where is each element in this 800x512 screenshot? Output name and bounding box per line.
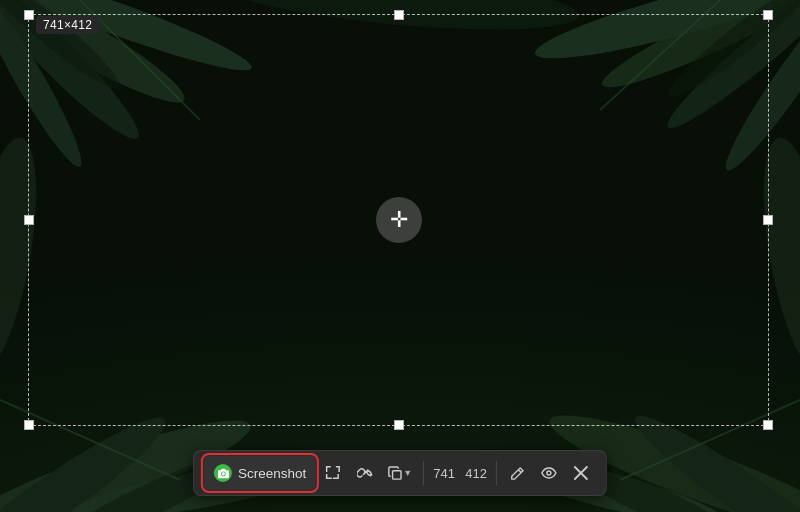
resize-button[interactable]: [318, 456, 348, 490]
svg-point-15: [0, 133, 50, 380]
close-icon: [574, 466, 588, 480]
screenshot-icon: [214, 464, 232, 482]
link-icon: [357, 465, 373, 481]
svg-point-16: [750, 133, 800, 380]
pen-button[interactable]: [502, 456, 532, 490]
copy-dropdown-button[interactable]: ▼: [382, 456, 418, 490]
resize-icon: [325, 465, 341, 481]
svg-point-14: [219, 0, 582, 41]
close-button[interactable]: [566, 456, 596, 490]
background-svg: [0, 0, 800, 512]
copy-icon: [388, 466, 403, 481]
copy-dropdown-icon: ▼: [403, 468, 412, 478]
toolbar: Screenshot ▼ 741 412: [193, 450, 607, 496]
divider-2: [496, 461, 497, 485]
eye-button[interactable]: [534, 456, 564, 490]
width-value[interactable]: 741: [429, 462, 459, 485]
pen-icon: [510, 466, 525, 481]
dimension-label: 741×412: [36, 16, 99, 34]
screenshot-button[interactable]: Screenshot: [204, 456, 316, 490]
eye-icon: [541, 465, 557, 481]
divider-1: [423, 461, 424, 485]
svg-point-26: [547, 471, 551, 475]
svg-rect-25: [393, 470, 401, 478]
link-button[interactable]: [350, 456, 380, 490]
screenshot-label: Screenshot: [238, 466, 306, 481]
height-value[interactable]: 412: [461, 462, 491, 485]
camera-svg: [217, 468, 228, 479]
